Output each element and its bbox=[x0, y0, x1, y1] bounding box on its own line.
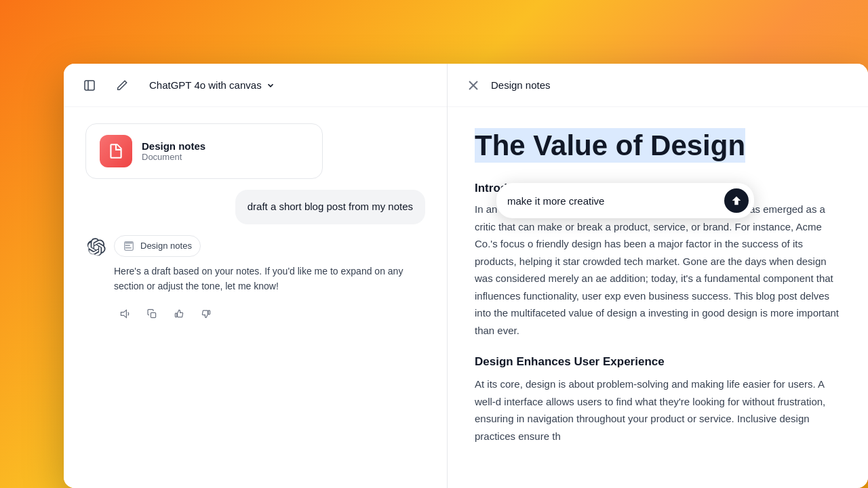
document-card[interactable]: Design notes Document bbox=[85, 123, 323, 179]
inline-input-value: make it more creative bbox=[507, 195, 719, 207]
svg-rect-4 bbox=[151, 313, 155, 318]
header-bar: ChatGPT 4o with canvas bbox=[64, 64, 447, 107]
section2-text: At its core, design is about problem-sol… bbox=[475, 375, 841, 445]
doc-subtitle: Document bbox=[142, 152, 205, 162]
left-panel: ChatGPT 4o with canvas Design notes Docu… bbox=[64, 64, 448, 488]
assistant-text: Here's a draft based on your notes. If y… bbox=[114, 264, 425, 294]
doc-title: Design notes bbox=[142, 140, 205, 152]
model-selector[interactable]: ChatGPT 4o with canvas bbox=[142, 75, 282, 95]
model-label: ChatGPT 4o with canvas bbox=[149, 79, 262, 91]
right-panel-title: Design notes bbox=[491, 79, 551, 91]
sidebar-toggle-button[interactable] bbox=[77, 73, 102, 98]
section2-title: Design Enhances User Experience bbox=[475, 355, 841, 369]
intro-text: In an increasingly competitive and fast-… bbox=[475, 201, 841, 339]
design-notes-chip[interactable]: Design notes bbox=[114, 235, 201, 257]
doc-content: The Value of Design make it more creativ… bbox=[448, 107, 868, 488]
thumbs-down-button[interactable] bbox=[195, 303, 217, 325]
svg-marker-3 bbox=[121, 310, 126, 318]
close-button[interactable] bbox=[464, 76, 483, 95]
volume-button[interactable] bbox=[114, 303, 136, 325]
chat-content: Design notes Document draft a short blog… bbox=[64, 107, 447, 488]
action-buttons bbox=[114, 303, 425, 325]
doc-icon bbox=[100, 135, 132, 167]
assistant-row: Design notes Here's a draft based on you… bbox=[85, 235, 425, 325]
inline-send-button[interactable] bbox=[724, 188, 749, 213]
svg-rect-0 bbox=[85, 81, 94, 90]
svg-rect-6 bbox=[208, 310, 210, 314]
chip-label: Design notes bbox=[140, 241, 192, 251]
inline-input-bar: make it more creative bbox=[496, 183, 754, 218]
right-panel: Design notes The Value of Design make it… bbox=[448, 64, 868, 488]
doc-heading-wrapper: The Value of Design bbox=[475, 129, 841, 163]
user-message: draft a short blog post from my notes bbox=[235, 190, 425, 224]
svg-rect-5 bbox=[175, 313, 176, 317]
assistant-content: Design notes Here's a draft based on you… bbox=[114, 235, 425, 325]
doc-info: Design notes Document bbox=[142, 140, 205, 162]
thumbs-up-button[interactable] bbox=[168, 303, 190, 325]
doc-heading: The Value of Design bbox=[475, 128, 745, 163]
edit-button[interactable] bbox=[110, 73, 134, 98]
copy-button[interactable] bbox=[141, 303, 163, 325]
chatgpt-avatar bbox=[85, 237, 107, 258]
right-header: Design notes bbox=[448, 64, 868, 107]
